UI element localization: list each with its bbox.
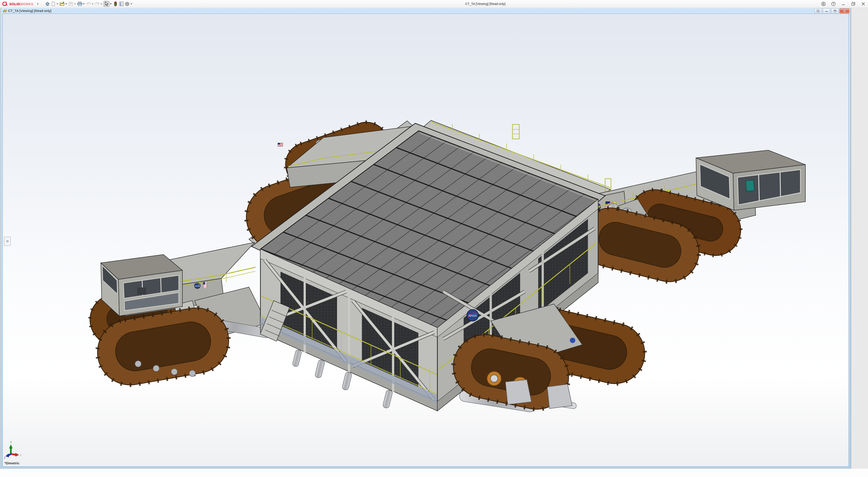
us-flag-decal-west: [203, 282, 207, 288]
featuremanager-splitter-handle[interactable]: [4, 237, 11, 246]
assembly-icon: [3, 9, 7, 13]
help-icon[interactable]: [831, 1, 836, 6]
triad-z-label: Z: [4, 456, 5, 459]
task-pane-collapsed[interactable]: [851, 8, 868, 469]
splitter-dot-icon: [6, 240, 8, 242]
featuremanager-toggle-icon[interactable]: [814, 8, 822, 13]
app-window-controls: [821, 0, 866, 8]
nasa-logo-decal-west: NASA: [194, 283, 200, 288]
app-window-title: CT_TA [Viewing] [Read-only]: [465, 2, 505, 6]
triad-y-label: Y: [10, 441, 12, 444]
view-orientation-label: *Dimetric: [4, 461, 20, 465]
save-icon[interactable]: [68, 1, 74, 6]
svg-text:NASA: NASA: [469, 314, 476, 317]
us-flag-decal-north: [278, 143, 283, 146]
triad-x-label: X: [20, 454, 22, 457]
document-titlebar[interactable]: CT_TA [Viewing] [Read-only]: [1, 8, 850, 13]
file-properties-icon[interactable]: [119, 1, 124, 6]
control-cab-right[interactable]: [696, 150, 805, 210]
graphics-viewport[interactable]: NASA: [2, 13, 849, 467]
main-toolbar: [45, 1, 133, 7]
new-document-icon[interactable]: [51, 1, 56, 6]
menu-expand-arrow-icon[interactable]: [37, 2, 39, 5]
home-icon[interactable]: [45, 1, 50, 6]
nasa-logo-decal-south: NASA: [467, 309, 478, 321]
save-dropdown-caret-icon[interactable]: [74, 3, 76, 4]
options-gear-icon[interactable]: [125, 1, 130, 6]
status-bar: [0, 469, 868, 477]
account-icon[interactable]: [821, 1, 826, 6]
undo-icon[interactable]: [86, 1, 91, 6]
solidworks-logo: SOLIDWORKS: [2, 1, 33, 6]
redo-dropdown-caret-icon[interactable]: [101, 3, 102, 4]
brand-text-solid: SOLID: [9, 2, 20, 6]
open-icon[interactable]: [59, 1, 65, 6]
print-dropdown-caret-icon[interactable]: [83, 3, 85, 4]
3ds-logo-icon: [2, 1, 8, 6]
document-window: CT_TA [Viewing] [Read-only]: [0, 8, 851, 469]
design-checker-icon[interactable]: [113, 1, 118, 6]
options-dropdown-caret-icon[interactable]: [130, 3, 132, 4]
print-icon[interactable]: [77, 1, 83, 6]
doc-close-icon[interactable]: [839, 8, 849, 13]
orientation-triad: Y X Z: [4, 441, 22, 459]
restore-icon[interactable]: [851, 1, 856, 6]
new-dropdown-caret-icon[interactable]: [57, 3, 58, 4]
doc-restore-icon[interactable]: [831, 8, 839, 13]
redo-icon[interactable]: [95, 1, 100, 6]
doc-minimize-icon[interactable]: [823, 8, 830, 13]
minimize-icon[interactable]: [841, 1, 846, 6]
document-window-controls: [814, 8, 849, 13]
select-tool-icon[interactable]: [103, 1, 110, 7]
app-titlebar: SOLIDWORKS: [0, 0, 868, 8]
document-title: CT_TA [Viewing] [Read-only]: [8, 9, 51, 13]
undo-dropdown-caret-icon[interactable]: [92, 3, 94, 4]
control-cab-left[interactable]: [101, 254, 182, 316]
close-icon[interactable]: [861, 1, 866, 6]
select-dropdown-caret-icon[interactable]: [110, 3, 112, 4]
brand-text-works: WORKS: [20, 2, 33, 6]
crawler-transporter-model[interactable]: NASA: [3, 14, 848, 466]
open-dropdown-caret-icon[interactable]: [65, 3, 67, 4]
